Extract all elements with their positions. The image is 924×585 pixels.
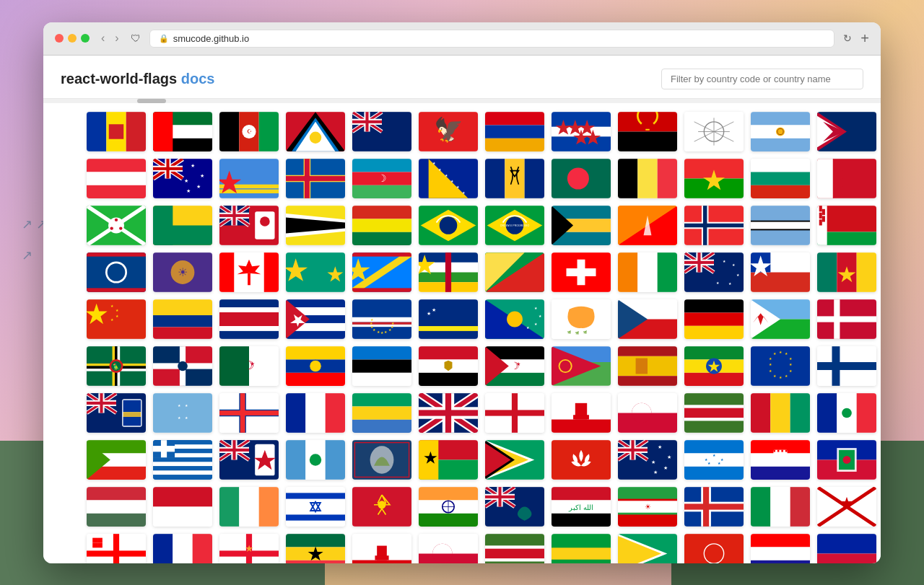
flag-dz[interactable]: ☽★: [219, 346, 279, 386]
flag-hk[interactable]: [552, 440, 611, 480]
flag-gr[interactable]: [153, 440, 212, 480]
flag-gy[interactable]: [485, 440, 544, 480]
flag-ga[interactable]: [352, 393, 411, 433]
flag-gl2[interactable]: [419, 534, 478, 563]
forward-button[interactable]: ›: [112, 30, 121, 46]
flag-bm[interactable]: [219, 206, 279, 245]
flag-cd[interactable]: [352, 252, 411, 292]
flag-gm[interactable]: [684, 393, 744, 433]
flag-gg[interactable]: [219, 534, 279, 563]
flag-cn[interactable]: ★★★★: [87, 299, 146, 339]
flag-ai[interactable]: [352, 112, 411, 151]
flag-cz[interactable]: [618, 299, 677, 339]
flag-bj[interactable]: [153, 206, 212, 245]
flag-er[interactable]: [552, 346, 611, 386]
flag-cy[interactable]: 🌿🌿🌿: [552, 299, 611, 339]
flag-gp2[interactable]: [552, 534, 611, 563]
flag-gp[interactable]: [817, 393, 876, 433]
flag-gi[interactable]: [552, 393, 611, 433]
flag-bs[interactable]: [552, 206, 611, 245]
flag-af[interactable]: ☪: [219, 112, 279, 151]
flag-ck[interactable]: ★★★★★: [684, 252, 744, 292]
flag-im[interactable]: [352, 487, 411, 527]
flag-eh[interactable]: ☽★: [485, 346, 544, 386]
flag-gq[interactable]: [87, 440, 146, 480]
flag-hr2[interactable]: [751, 534, 810, 563]
flag-et[interactable]: [684, 346, 744, 386]
search-input[interactable]: [661, 69, 863, 89]
flag-ar[interactable]: [751, 112, 810, 151]
flag-hu2[interactable]: [618, 534, 677, 563]
flag-ir[interactable]: ☀: [618, 487, 677, 527]
flag-cr[interactable]: [219, 299, 279, 339]
flag-cm[interactable]: [817, 252, 876, 292]
flag-ie[interactable]: [219, 487, 279, 527]
flag-bh[interactable]: [817, 159, 876, 198]
flag-bt[interactable]: [618, 206, 677, 245]
docs-link[interactable]: docs: [181, 71, 215, 87]
flag-gf[interactable]: [153, 534, 212, 563]
flag-gl[interactable]: [618, 393, 677, 433]
address-bar[interactable]: 🔒 smucode.github.io: [149, 30, 835, 48]
flag-bb[interactable]: [485, 159, 544, 198]
flag-ee[interactable]: [352, 346, 411, 386]
flag-gn[interactable]: [751, 393, 810, 433]
flag-il[interactable]: [286, 487, 345, 527]
back-button[interactable]: ‹: [98, 30, 108, 46]
flag-fi[interactable]: [817, 346, 876, 386]
minimize-button[interactable]: [68, 34, 77, 43]
reload-button[interactable]: ↻: [843, 32, 852, 44]
flag-eg[interactable]: [419, 346, 478, 386]
scroll-thumb[interactable]: [137, 99, 166, 103]
flag-by[interactable]: [817, 206, 876, 245]
flag-bg[interactable]: [751, 159, 810, 198]
flag-ad[interactable]: [87, 112, 146, 151]
flag-eu[interactable]: ★★★★★★★★★★★★: [751, 346, 810, 386]
flag-cc[interactable]: [286, 252, 345, 292]
flag-gw[interactable]: [419, 440, 478, 480]
flag-is[interactable]: [684, 487, 744, 527]
flag-cu[interactable]: [286, 299, 345, 339]
flag-aq[interactable]: [684, 112, 744, 151]
flag-hk2[interactable]: [684, 534, 744, 563]
flag-hu[interactable]: [87, 487, 146, 527]
flag-an[interactable]: [552, 112, 611, 151]
flag-hr[interactable]: [751, 440, 810, 480]
flag-au[interactable]: ★★★★★: [153, 159, 212, 198]
flag-gi2[interactable]: [352, 534, 411, 563]
flag-cx[interactable]: ★★★★: [485, 299, 544, 339]
flag-br-old[interactable]: [419, 206, 478, 245]
flag-at[interactable]: [87, 159, 146, 198]
flag-cg[interactable]: [485, 252, 544, 292]
flag-es[interactable]: [618, 346, 677, 386]
flag-ao[interactable]: [618, 112, 677, 151]
flag-do[interactable]: [153, 346, 212, 386]
flag-gm2[interactable]: [485, 534, 544, 563]
flag-ax[interactable]: [286, 159, 345, 198]
flag-ht2[interactable]: [817, 534, 876, 563]
flag-gt[interactable]: [286, 440, 345, 480]
flag-gd-england[interactable]: [485, 393, 544, 433]
flag-bi[interactable]: [87, 206, 146, 245]
flag-as[interactable]: [817, 112, 876, 151]
flag-bz[interactable]: [87, 252, 146, 292]
flag-in[interactable]: [419, 487, 478, 527]
flag-ba[interactable]: ★★★★★★: [419, 159, 478, 198]
flag-iq[interactable]: الله اكبر: [552, 487, 611, 527]
flag-io[interactable]: [485, 487, 544, 527]
flag-am[interactable]: [485, 112, 544, 151]
flag-cl[interactable]: [751, 252, 810, 292]
flag-gs[interactable]: [219, 440, 279, 480]
flag-id[interactable]: [153, 487, 212, 527]
flag-bv[interactable]: [684, 206, 744, 245]
maximize-button[interactable]: [81, 34, 90, 43]
flag-aw[interactable]: [219, 159, 279, 198]
flag-fo[interactable]: [219, 393, 279, 433]
flag-ag[interactable]: [286, 112, 345, 151]
flag-al[interactable]: 🦅: [419, 112, 478, 151]
flag-ca[interactable]: [219, 252, 279, 292]
flag-bw[interactable]: [751, 206, 810, 245]
flag-gh[interactable]: [286, 534, 345, 563]
flag-fr[interactable]: [286, 393, 345, 433]
flag-az[interactable]: ☽: [352, 159, 411, 198]
